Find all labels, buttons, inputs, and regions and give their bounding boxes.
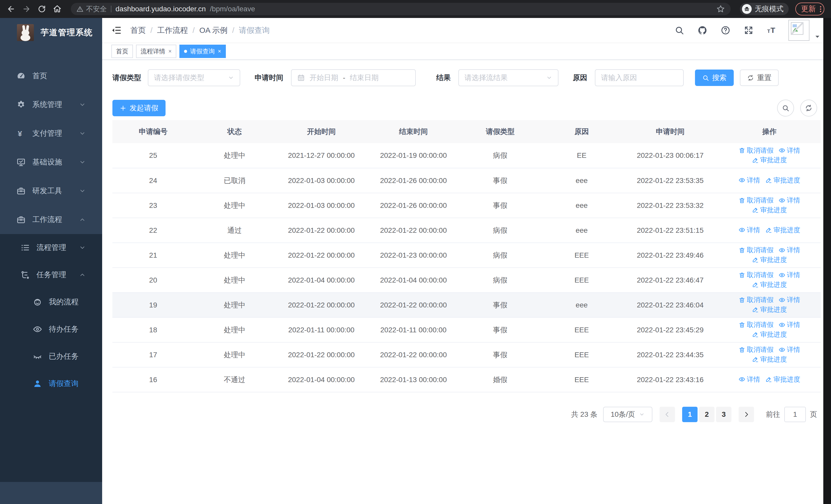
detail-link[interactable]: 详情 — [739, 176, 760, 185]
trash-icon — [739, 347, 745, 353]
audit-progress-link[interactable]: 审批进度 — [752, 255, 787, 264]
detail-link[interactable]: 详情 — [779, 345, 800, 354]
date-start-placeholder: 开始日期 — [310, 73, 338, 83]
audit-progress-link[interactable]: 审批进度 — [752, 305, 787, 314]
date-range-input[interactable]: 开始日期 - 结束日期 — [291, 69, 416, 86]
trash-icon — [739, 147, 745, 154]
security-warning[interactable]: 不安全 — [77, 4, 107, 13]
table-row: 16不通过2022-01-04 00:00:002022-01-13 00:00… — [112, 367, 821, 392]
next-page-button[interactable] — [739, 407, 754, 422]
table-cell: 20 — [112, 268, 194, 293]
search-button[interactable]: 搜索 — [695, 69, 734, 86]
close-icon[interactable]: × — [218, 48, 221, 55]
sidebar-item-支付管理[interactable]: ¥支付管理 — [0, 119, 102, 148]
detail-link[interactable]: 详情 — [779, 320, 800, 329]
bookmark-star-icon[interactable] — [716, 5, 725, 13]
detail-link[interactable]: 详情 — [739, 375, 760, 384]
refresh-table-button[interactable] — [800, 99, 817, 117]
audit-progress-link[interactable]: 审批进度 — [765, 226, 800, 235]
sidebar-item-已办任务[interactable]: 已办任务 — [0, 343, 102, 370]
page-button-3[interactable]: 3 — [716, 407, 732, 422]
audit-progress-link[interactable]: 审批进度 — [752, 355, 787, 364]
breadcrumb-item[interactable]: 首页 — [131, 25, 146, 36]
window-edge — [823, 18, 831, 504]
result-select[interactable]: 请选择流结果 — [458, 69, 558, 86]
detail-link[interactable]: 详情 — [779, 196, 800, 205]
audit-progress-link[interactable]: 审批进度 — [752, 330, 787, 339]
table-cell: 病假 — [459, 143, 541, 168]
tab-请假查询[interactable]: 请假查询× — [179, 45, 226, 58]
reset-button[interactable]: 重置 — [740, 69, 779, 86]
sidebar-item-请假查询[interactable]: 请假查询 — [0, 370, 102, 397]
sidebar-item-工作流程[interactable]: 工作流程 — [0, 205, 102, 234]
app-logo[interactable]: 芋道管理系统 — [0, 18, 102, 47]
detail-link[interactable]: 详情 — [779, 270, 800, 279]
table-cell: 2022-01-22 23:49:46 — [622, 243, 718, 268]
cancel-leave-link[interactable]: 取消请假 — [739, 270, 774, 279]
table-cell: eee — [541, 218, 622, 243]
cancel-leave-link[interactable]: 取消请假 — [739, 320, 774, 329]
github-icon[interactable] — [697, 25, 707, 35]
breadcrumb-item[interactable]: 工作流程 — [157, 25, 188, 36]
audit-progress-link[interactable]: 审批进度 — [752, 206, 787, 214]
address-bar[interactable]: 不安全 dashboard.yudao.iocoder.cn/bpm/oa/le… — [71, 3, 730, 15]
cancel-leave-link[interactable]: 取消请假 — [739, 146, 774, 155]
table-row: 22通过2022-01-22 00:00:002022-01-22 00:00:… — [112, 218, 821, 243]
table-cell: 病假 — [459, 218, 541, 243]
sidebar: 芋道管理系统 首页系统管理¥支付管理基础设施研发工具工作流程流程管理任务管理我的… — [0, 18, 102, 504]
tab-流程详情[interactable]: 流程详情× — [136, 45, 176, 58]
prev-page-button[interactable] — [660, 407, 675, 422]
eye-icon — [779, 297, 785, 303]
sidebar-item-基础设施[interactable]: 基础设施 — [0, 148, 102, 177]
sidebar-item-研发工具[interactable]: 研发工具 — [0, 177, 102, 205]
browser-menu-icon[interactable] — [820, 5, 821, 13]
sidebar-item-任务管理[interactable]: 任务管理 — [0, 261, 102, 289]
trash-icon — [739, 272, 745, 278]
cancel-leave-link[interactable]: 取消请假 — [739, 245, 774, 255]
browser-reload-icon[interactable] — [37, 5, 46, 13]
tab-首页[interactable]: 首页 — [111, 45, 133, 58]
audit-progress-link[interactable]: 审批进度 — [765, 176, 800, 185]
audit-progress-link[interactable]: 审批进度 — [752, 280, 787, 289]
sidebar-item-我的流程[interactable]: 我的流程 — [0, 289, 102, 316]
audit-progress-link[interactable]: 审批进度 — [752, 155, 787, 165]
sidebar-collapse-icon[interactable] — [111, 25, 122, 35]
cancel-leave-link[interactable]: 取消请假 — [739, 196, 774, 205]
detail-link[interactable]: 详情 — [779, 146, 800, 155]
toggle-search-button[interactable] — [777, 99, 794, 117]
detail-link[interactable]: 详情 — [779, 245, 800, 255]
browser-forward-icon[interactable] — [22, 5, 31, 13]
reason-input[interactable]: 请输入原因 — [595, 69, 684, 86]
page-button-2[interactable]: 2 — [699, 407, 715, 422]
create-leave-button[interactable]: 发起请假 — [112, 100, 166, 116]
help-icon[interactable] — [721, 25, 730, 35]
table-cell: 2022-01-11 00:00:00 — [368, 318, 460, 342]
goto-page-input[interactable] — [784, 407, 806, 422]
sidebar-item-流程管理[interactable]: 流程管理 — [0, 234, 102, 261]
sidebar-item-系统管理[interactable]: 系统管理 — [0, 90, 102, 119]
header-search-icon[interactable] — [675, 25, 684, 35]
leave-type-select[interactable]: 请选择请假类型 — [148, 69, 240, 86]
table-cell: 2022-01-22 23:51:15 — [622, 218, 718, 243]
page-size-select[interactable]: 10条/页 — [603, 407, 652, 422]
page-button-1[interactable]: 1 — [682, 407, 697, 422]
font-size-icon[interactable]: TT — [767, 25, 777, 35]
browser-back-icon[interactable] — [7, 5, 16, 13]
avatar-dropdown-icon[interactable] — [814, 33, 821, 40]
fullscreen-icon[interactable] — [744, 25, 753, 35]
browser-update-button[interactable]: 更新 — [795, 3, 824, 16]
sidebar-item-首页[interactable]: 首页 — [0, 62, 102, 90]
audit-progress-link[interactable]: 审批进度 — [765, 375, 800, 384]
chevron-down-icon — [79, 159, 86, 166]
detail-link[interactable]: 详情 — [779, 295, 800, 304]
cancel-leave-link[interactable]: 取消请假 — [739, 345, 774, 354]
close-icon[interactable]: × — [168, 48, 172, 55]
table-cell: 通过 — [194, 218, 275, 243]
table-cell: 2022-01-23 00:06:17 — [622, 143, 718, 168]
detail-link[interactable]: 详情 — [739, 226, 760, 235]
user-avatar[interactable] — [789, 20, 809, 41]
browser-home-icon[interactable] — [53, 5, 62, 13]
cancel-leave-link[interactable]: 取消请假 — [739, 295, 774, 304]
breadcrumb-item[interactable]: OA 示例 — [199, 25, 228, 36]
sidebar-item-待办任务[interactable]: 待办任务 — [0, 316, 102, 343]
